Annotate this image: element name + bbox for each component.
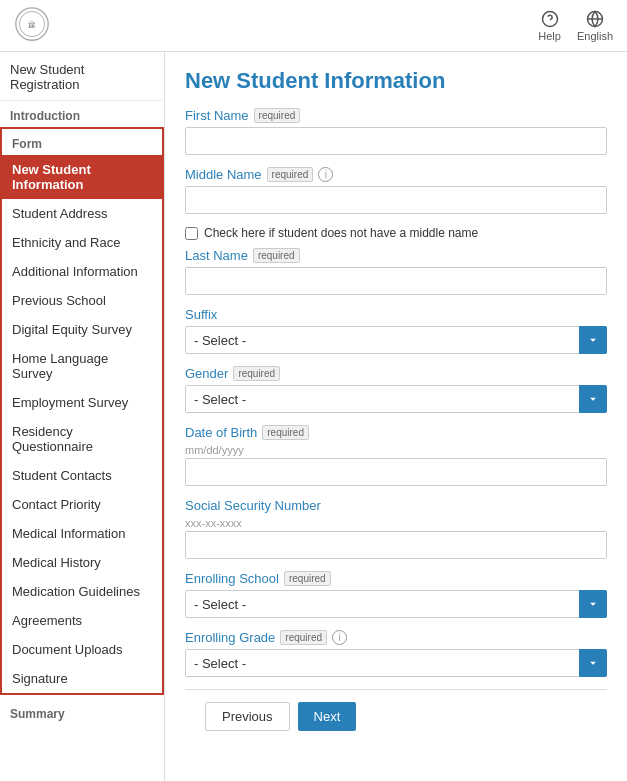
suffix-select[interactable]: - Select - [185, 326, 607, 354]
sidebar-item-digital-equity[interactable]: Digital Equity Survey [2, 315, 162, 344]
next-button[interactable]: Next [298, 702, 357, 731]
first-name-input[interactable] [185, 127, 607, 155]
sidebar-item-medical-info[interactable]: Medical Information [2, 519, 162, 548]
sidebar: New Student Registration Introduction Fo… [0, 52, 165, 781]
gender-select[interactable]: - Select - [185, 385, 607, 413]
intro-section-label: Introduction [0, 101, 164, 127]
enrolling-school-select[interactable]: - Select - [185, 590, 607, 618]
middle-name-info-icon[interactable]: i [318, 167, 333, 182]
sidebar-item-document-uploads[interactable]: Document Uploads [2, 635, 162, 664]
gender-label: Gender required [185, 366, 607, 381]
sidebar-form-group: Form New Student Information Student Add… [0, 127, 164, 695]
dob-group: Date of Birth required mm/dd/yyyy [185, 425, 607, 486]
sidebar-item-signature[interactable]: Signature [2, 664, 162, 693]
sidebar-item-medication[interactable]: Medication Guidelines [2, 577, 162, 606]
suffix-group: Suffix - Select - [185, 307, 607, 354]
enrolling-grade-select[interactable]: - Select - [185, 649, 607, 677]
ssn-input[interactable] [185, 531, 607, 559]
gender-select-wrapper: - Select - [185, 385, 607, 413]
first-name-required: required [254, 108, 301, 123]
sidebar-item-student-address[interactable]: Student Address [2, 199, 162, 228]
app-layout: New Student Registration Introduction Fo… [0, 52, 627, 781]
middle-name-group: Middle Name required i [185, 167, 607, 214]
last-name-group: Last Name required [185, 248, 607, 295]
middle-name-required: required [267, 167, 314, 182]
dob-hint: mm/dd/yyyy [185, 444, 607, 456]
sidebar-item-additional-info[interactable]: Additional Information [2, 257, 162, 286]
gender-required: required [233, 366, 280, 381]
enrolling-school-label: Enrolling School required [185, 571, 607, 586]
enrolling-school-required: required [284, 571, 331, 586]
sidebar-item-student-contacts[interactable]: Student Contacts [2, 461, 162, 490]
logo: 🏛 [14, 6, 50, 45]
dob-required: required [262, 425, 309, 440]
dob-input[interactable] [185, 458, 607, 486]
ssn-hint: xxx-xx-xxxx [185, 517, 607, 529]
main-content: New Student Information First Name requi… [165, 52, 627, 781]
language-button[interactable]: English [577, 10, 613, 42]
sidebar-summary-label: Summary [0, 699, 164, 729]
sidebar-item-contact-priority[interactable]: Contact Priority [2, 490, 162, 519]
no-middle-name-label: Check here if student does not have a mi… [204, 226, 478, 240]
svg-text:🏛: 🏛 [28, 20, 36, 30]
suffix-label: Suffix [185, 307, 607, 322]
no-middle-name-row: Check here if student does not have a mi… [185, 226, 607, 240]
footer-nav: Previous Next [185, 689, 607, 743]
last-name-label: Last Name required [185, 248, 607, 263]
first-name-group: First Name required [185, 108, 607, 155]
middle-name-label: Middle Name required i [185, 167, 607, 182]
last-name-input[interactable] [185, 267, 607, 295]
sidebar-item-agreements[interactable]: Agreements [2, 606, 162, 635]
enrolling-grade-label: Enrolling Grade required i [185, 630, 607, 645]
app-title: New Student Registration [0, 52, 164, 101]
enrolling-grade-info-icon[interactable]: i [332, 630, 347, 645]
enrolling-school-group: Enrolling School required - Select - [185, 571, 607, 618]
gender-group: Gender required - Select - [185, 366, 607, 413]
previous-button[interactable]: Previous [205, 702, 290, 731]
enrolling-school-select-wrapper: - Select - [185, 590, 607, 618]
enrolling-grade-group: Enrolling Grade required i - Select - [185, 630, 607, 677]
ssn-group: Social Security Number xxx-xx-xxxx [185, 498, 607, 559]
suffix-select-wrapper: - Select - [185, 326, 607, 354]
page-title: New Student Information [185, 68, 607, 94]
first-name-label: First Name required [185, 108, 607, 123]
ssn-label: Social Security Number [185, 498, 607, 513]
last-name-required: required [253, 248, 300, 263]
dob-label: Date of Birth required [185, 425, 607, 440]
sidebar-item-medical-history[interactable]: Medical History [2, 548, 162, 577]
enrolling-grade-select-wrapper: - Select - [185, 649, 607, 677]
sidebar-item-previous-school[interactable]: Previous School [2, 286, 162, 315]
sidebar-item-home-language[interactable]: Home Language Survey [2, 344, 162, 388]
sidebar-item-ethnicity[interactable]: Ethnicity and Race [2, 228, 162, 257]
help-button[interactable]: Help [538, 10, 561, 42]
sidebar-item-employment[interactable]: Employment Survey [2, 388, 162, 417]
no-middle-name-checkbox[interactable] [185, 227, 198, 240]
top-bar-actions: Help English [538, 10, 613, 42]
top-bar: 🏛 Help English [0, 0, 627, 52]
middle-name-input[interactable] [185, 186, 607, 214]
form-section-label: Form [2, 129, 162, 155]
sidebar-item-new-student-info[interactable]: New Student Information [2, 155, 162, 199]
sidebar-item-residency[interactable]: Residency Questionnaire [2, 417, 162, 461]
enrolling-grade-required: required [280, 630, 327, 645]
